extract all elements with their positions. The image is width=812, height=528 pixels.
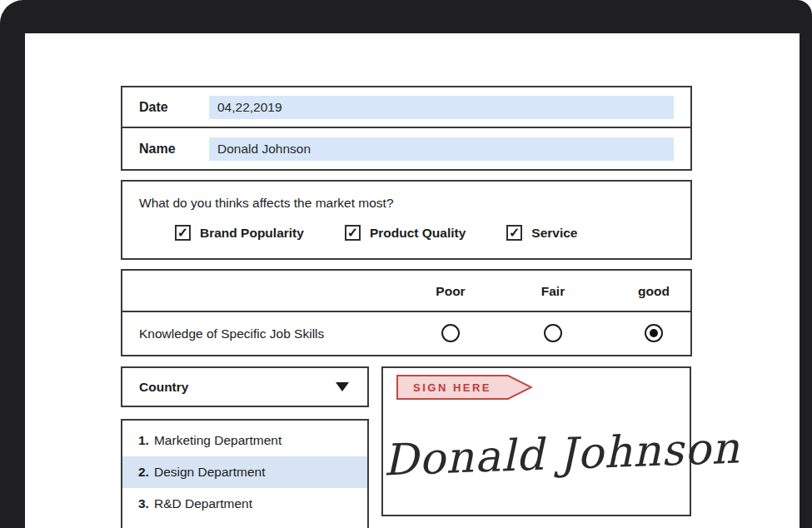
radio-poor[interactable] — [441, 324, 460, 342]
checkbox-label: Product Quality — [370, 226, 466, 241]
chevron-down-icon — [336, 382, 349, 391]
device-frame: Date 04,22,2019 Name Donald Johnson What… — [0, 0, 812, 528]
checkbox-service[interactable]: ✓ Service — [506, 225, 577, 241]
list-item-number: 2. — [138, 465, 149, 480]
question-box: What do you thinks affects the market mo… — [121, 180, 692, 260]
date-input[interactable]: 04,22,2019 — [209, 96, 674, 119]
fields-box: Date 04,22,2019 Name Donald Johnson — [121, 86, 692, 171]
list-item-rnd[interactable]: 3. R&D Department — [122, 488, 367, 520]
list-item-number: 3. — [138, 496, 149, 511]
name-label: Name — [139, 142, 209, 157]
date-row: Date 04,22,2019 — [122, 87, 690, 128]
list-item-label: R&D Department — [154, 496, 252, 511]
signature-handwriting: Donald Johnson — [382, 425, 690, 486]
rating-row: Knowledge of Specific Job Skills — [122, 312, 690, 355]
checkbox-label: Service — [531, 226, 577, 241]
checkbox-checked-icon[interactable]: ✓ — [345, 225, 361, 241]
name-input[interactable]: Donald Johnson — [209, 137, 674, 161]
checkbox-product-quality[interactable]: ✓ Product Quality — [345, 225, 466, 241]
rating-table: Poor Fair good Knowledge of Specific Job… — [121, 269, 692, 356]
question-text: What do you thinks affects the market mo… — [139, 196, 690, 211]
rating-header-poor: Poor — [436, 271, 465, 312]
rating-header-fair: Fair — [541, 271, 565, 312]
radio-good[interactable] — [645, 324, 663, 342]
list-item-marketing[interactable]: 1. Marketing Department — [122, 425, 367, 456]
department-list: 1. Marketing Department 2. Design Depart… — [121, 419, 369, 528]
checkbox-brand-popularity[interactable]: ✓ Brand Popularity — [175, 225, 304, 241]
name-row: Name Donald Johnson — [122, 128, 690, 169]
checkbox-label: Brand Popularity — [200, 226, 304, 241]
rating-header-good: good — [638, 271, 670, 312]
checkbox-checked-icon[interactable]: ✓ — [175, 225, 191, 241]
country-label: Country — [139, 380, 336, 395]
list-item-label: Design Department — [154, 465, 266, 480]
rating-row-label: Knowledge of Specific Job Skills — [139, 312, 324, 355]
document-canvas: Date 04,22,2019 Name Donald Johnson What… — [25, 33, 800, 528]
country-dropdown[interactable]: Country — [121, 366, 369, 407]
sign-here-text: SIGN HERE — [413, 381, 491, 394]
radio-fair[interactable] — [544, 324, 562, 342]
list-item-number: 1. — [138, 433, 149, 448]
rating-header-row: Poor Fair good — [122, 271, 690, 312]
checkbox-checked-icon[interactable]: ✓ — [506, 225, 522, 241]
list-item-design[interactable]: 2. Design Department — [122, 456, 367, 488]
sign-here-badge: SIGN HERE — [396, 375, 533, 400]
list-item-label: Marketing Department — [154, 433, 281, 448]
checkbox-row: ✓ Brand Popularity ✓ Product Quality ✓ S… — [175, 225, 690, 241]
date-label: Date — [139, 100, 209, 115]
signature-area[interactable]: SIGN HERE Donald Johnson — [381, 366, 691, 516]
